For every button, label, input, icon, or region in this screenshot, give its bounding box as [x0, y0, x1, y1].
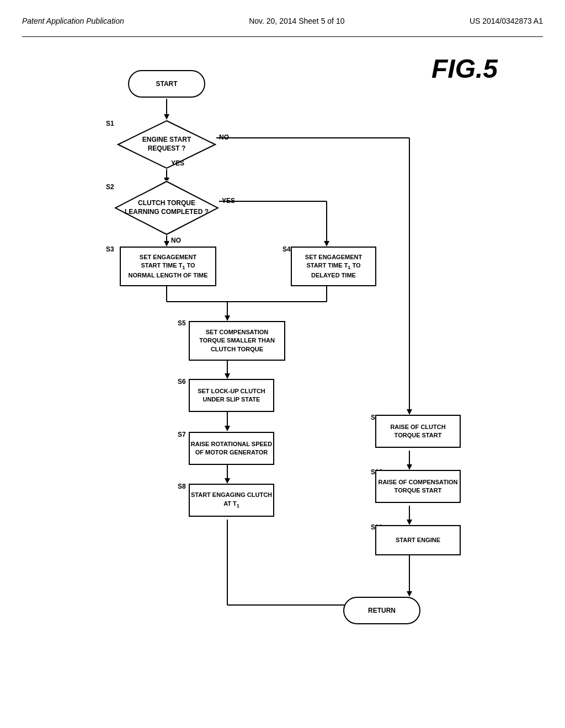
svg-marker-1	[164, 114, 169, 120]
svg-marker-16	[225, 315, 230, 321]
s11-text: START ENGINE	[396, 536, 440, 544]
s8-text: START ENGAGING CLUTCHAT T1	[191, 491, 272, 509]
s3-label: S3	[106, 245, 114, 253]
s3-box: SET ENGAGEMENTSTART TIME T1 TONORMAL LEN…	[120, 247, 216, 286]
s6-box: SET LOCK-UP CLUTCHUNDER SLIP STATE	[189, 379, 274, 412]
diamond2-text: CLUTCH TORQUELEARNING COMPLETED ?	[125, 199, 209, 216]
flowchart: FIG.5	[34, 48, 531, 682]
s2-label: S2	[106, 183, 114, 191]
svg-marker-8	[164, 241, 169, 247]
arrows-svg	[34, 48, 531, 682]
svg-marker-22	[225, 478, 230, 484]
yes-label-d1: YES	[171, 159, 184, 167]
s4-box: SET ENGAGEMENTSTART TIME T1 TODELAYED TI…	[291, 247, 376, 286]
header-center: Nov. 20, 2014 Sheet 5 of 10	[249, 17, 344, 25]
header-right: US 2014/0342873 A1	[470, 17, 543, 25]
page: Patent Application Publication Nov. 20, …	[0, 0, 565, 728]
no-label-d1: NO	[219, 133, 229, 141]
s7-text: RAISE ROTATIONAL SPEEDOF MOTOR GENERATOR	[191, 440, 272, 457]
s3-text: SET ENGAGEMENTSTART TIME T1 TONORMAL LEN…	[128, 253, 207, 280]
s10-box: RAISE OF COMPENSATIONTORQUE START	[375, 470, 461, 503]
header-left: Patent Application Publication	[22, 17, 124, 25]
s4-text: SET ENGAGEMENTSTART TIME T1 TODELAYED TI…	[305, 253, 362, 280]
return-label: RETURN	[368, 607, 396, 614]
fig-label: FIG.5	[431, 53, 498, 84]
diamond1-shape: ENGINE STARTREQUEST ?	[117, 120, 216, 169]
svg-marker-27	[407, 464, 412, 470]
s1-label: S1	[106, 120, 114, 127]
svg-marker-11	[324, 241, 329, 247]
s11-box: START ENGINE	[375, 525, 461, 555]
start-label: START	[156, 80, 177, 88]
page-header: Patent Application Publication Nov. 20, …	[22, 11, 543, 37]
s5-label: S5	[178, 319, 186, 327]
s9-text: RAISE OF CLUTCHTORQUE START	[390, 423, 445, 440]
s5-text: SET COMPENSATIONTORQUE SMALLER THANCLUTC…	[199, 328, 275, 354]
s7-label: S7	[178, 431, 186, 438]
s8-label: S8	[178, 483, 186, 490]
s5-box: SET COMPENSATIONTORQUE SMALLER THANCLUTC…	[189, 321, 285, 361]
s10-text: RAISE OF COMPENSATIONTORQUE START	[378, 478, 457, 495]
s7-box: RAISE ROTATIONAL SPEEDOF MOTOR GENERATOR	[189, 432, 274, 465]
s6-text: SET LOCK-UP CLUTCHUNDER SLIP STATE	[198, 387, 265, 404]
return-shape: RETURN	[343, 597, 420, 624]
s9-box: RAISE OF CLUTCHTORQUE START	[375, 415, 461, 448]
svg-marker-20	[225, 426, 230, 431]
diamond2-shape: CLUTCH TORQUELEARNING COMPLETED ?	[114, 180, 219, 235]
no-label-d2: NO	[171, 237, 181, 244]
svg-marker-6	[407, 409, 412, 415]
svg-marker-29	[407, 520, 412, 525]
yes-label-d2: YES	[222, 197, 235, 205]
s6-label: S6	[178, 378, 186, 386]
start-shape: START	[128, 70, 205, 98]
diamond1-text: ENGINE STARTREQUEST ?	[142, 136, 191, 153]
svg-marker-31	[407, 591, 412, 597]
s8-box: START ENGAGING CLUTCHAT T1	[189, 484, 274, 517]
s4-label: S4	[282, 245, 291, 253]
svg-marker-18	[225, 373, 230, 379]
